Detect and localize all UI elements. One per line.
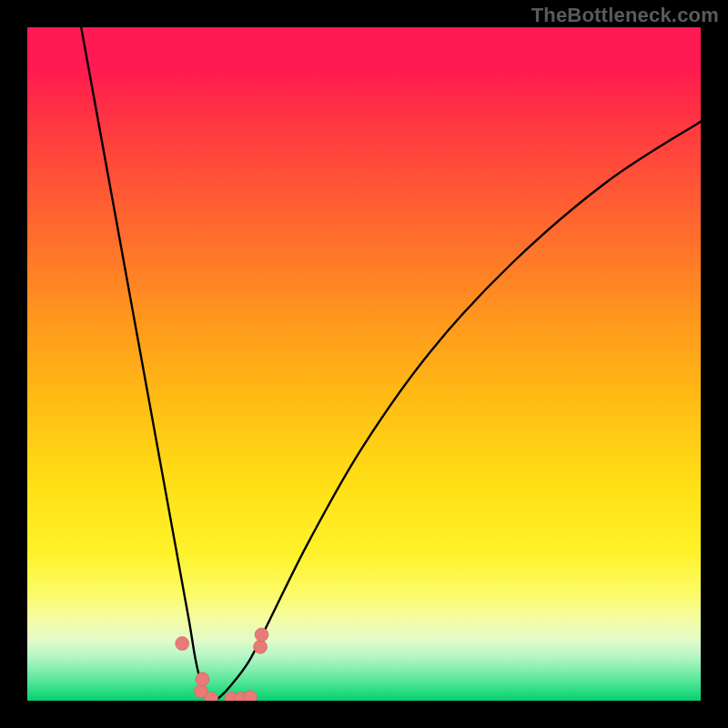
data-marker — [243, 691, 257, 701]
data-marker — [176, 637, 189, 651]
data-marker — [196, 672, 209, 686]
watermark-text: TheBottleneck.com — [531, 4, 719, 27]
data-marker — [254, 640, 268, 653]
curve-right-branch — [216, 122, 701, 701]
plot-area — [27, 27, 701, 701]
data-markers — [176, 628, 268, 701]
chart-frame: TheBottleneck.com — [0, 0, 728, 728]
curve-left-branch — [81, 27, 216, 701]
data-marker — [255, 628, 268, 642]
curve-layer — [27, 27, 701, 701]
